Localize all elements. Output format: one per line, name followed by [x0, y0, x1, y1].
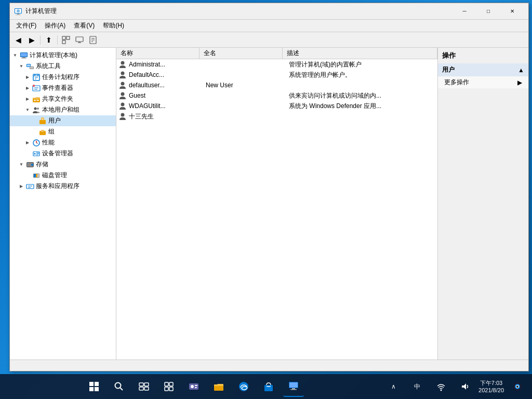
perf-icon [32, 139, 41, 147]
list-row[interactable]: Administrat... 管理计算机(域)的内置帐户 [116, 59, 437, 70]
tree-arrow-storage: ▼ [18, 162, 24, 168]
window-icon [14, 7, 22, 16]
menu-help[interactable]: 帮助(H) [99, 20, 128, 31]
edge-button[interactable] [233, 376, 254, 397]
tree-root-label: 计算机管理(本地) [30, 51, 77, 60]
minimize-button[interactable]: ─ [453, 3, 476, 20]
monitor-button[interactable] [73, 34, 86, 46]
cell-desc-0: 管理计算机(域)的内置帐户 [285, 60, 435, 69]
title-bar: 计算机管理 ─ □ ✕ [10, 3, 528, 20]
chat-button[interactable] [183, 376, 204, 397]
menu-file[interactable]: 文件(F) [12, 20, 41, 31]
forward-button[interactable]: ▶ [25, 34, 38, 46]
network-icon[interactable] [431, 376, 451, 397]
show-hidden-icons-button[interactable]: ∧ [383, 376, 404, 397]
svg-point-95 [441, 390, 442, 391]
svg-rect-60 [26, 184, 34, 189]
tree-users[interactable]: ▶ 用户 [10, 115, 116, 126]
svg-rect-75 [139, 383, 143, 386]
list-body: Administrat... 管理计算机(域)的内置帐户 DefaultA [116, 59, 437, 360]
explorer-icon [213, 381, 224, 392]
computer-icon [20, 51, 28, 60]
cell-desc-1: 系统管理的用户帐户。 [285, 71, 435, 79]
search-button[interactable] [109, 376, 129, 397]
tree-root[interactable]: ▼ 计算机管理(本地) [10, 50, 116, 61]
tree-shared-folders[interactable]: ▶ 共享文件夹 [10, 94, 116, 104]
center-panel: 名称 全名 描述 Administrat... [116, 48, 437, 360]
tree-services[interactable]: ▶ 服务和应用程序 [10, 181, 116, 192]
svg-rect-89 [264, 385, 273, 391]
ime-button[interactable]: 中 [407, 376, 428, 397]
computer-management-window: 计算机管理 ─ □ ✕ 文件(F) 操作(A) 查看(V) 帮助(H) ◀ ▶ … [9, 3, 529, 371]
more-actions-item[interactable]: 更多操作 ▶ [438, 76, 528, 88]
list-row[interactable]: DefaultAcc... 系统管理的用户帐户。 [116, 70, 437, 80]
maximize-button[interactable]: □ [476, 3, 500, 20]
col-header-fullname[interactable]: 全名 [200, 48, 283, 59]
cell-name-4: WDAGUtilit... [118, 102, 202, 110]
list-row[interactable]: WDAGUtilit... 系统为 Windows Defender 应用... [116, 101, 437, 111]
svg-rect-8 [76, 37, 83, 42]
tree-device-mgr[interactable]: ▶ 设备管理器 [10, 148, 116, 159]
task-view-button[interactable] [134, 376, 154, 397]
cell-name-1: DefaultAcc... [118, 71, 202, 79]
service-icon [26, 182, 34, 191]
close-button[interactable]: ✕ [500, 3, 524, 20]
svg-rect-79 [165, 382, 168, 386]
explorer-button[interactable] [208, 376, 229, 397]
tree-arrow-services: ▶ [18, 183, 24, 190]
user-row-icon-1 [118, 71, 127, 79]
disk-icon [32, 171, 41, 180]
svg-rect-77 [139, 387, 143, 390]
user-icon [38, 117, 47, 125]
properties-button[interactable] [87, 34, 99, 46]
back-button[interactable]: ◀ [12, 34, 24, 46]
list-row[interactable]: Guest 供来宾访问计算机或访问域的内... [116, 90, 437, 101]
tree-groups[interactable]: ▶ 组 [10, 126, 116, 137]
start-button[interactable] [84, 376, 104, 397]
menu-action[interactable]: 操作(A) [41, 20, 70, 31]
svg-rect-76 [144, 383, 149, 386]
tree-performance[interactable]: ▶ 性能 [10, 137, 116, 148]
tree-system-tools[interactable]: ▼ 系统工具 [10, 61, 116, 72]
show-hide-button[interactable] [60, 34, 72, 46]
actions-section-header[interactable]: 用户 ▲ [438, 63, 528, 76]
svg-point-66 [121, 92, 125, 96]
widgets-button[interactable] [158, 376, 179, 397]
compmgmt-taskbar-button[interactable] [283, 376, 304, 397]
tree-groups-label: 组 [48, 127, 55, 136]
compmgmt-taskbar-icon [288, 380, 299, 392]
tree-local-label: 本地用户和组 [42, 105, 79, 114]
cell-desc-4: 系统为 Windows Defender 应用... [285, 102, 435, 111]
widgets-icon [164, 381, 174, 392]
list-row[interactable]: defaultuser... New User [116, 80, 437, 90]
task-icon [32, 73, 41, 82]
svg-rect-78 [144, 387, 149, 390]
menu-view[interactable]: 查看(V) [70, 20, 99, 31]
tree-local-users[interactable]: ▼ 本地用户和组 [10, 104, 116, 115]
col-header-name[interactable]: 名称 [116, 48, 200, 59]
tree-event-viewer[interactable]: ▶ 事件查看器 [10, 83, 116, 94]
camera-eye-icon [512, 381, 523, 392]
svg-rect-94 [290, 389, 297, 390]
svg-rect-17 [22, 57, 25, 58]
tree-task-scheduler[interactable]: ▶ 任务计划程序 [10, 72, 116, 83]
system-clock[interactable]: 下午7:03 2021/8/20 [478, 379, 504, 394]
up-button[interactable]: ⬆ [43, 34, 55, 46]
list-row[interactable]: 十三先生 [116, 111, 437, 122]
svg-rect-16 [21, 53, 27, 57]
notification-icon[interactable] [507, 376, 528, 397]
ime-label: 中 [414, 382, 420, 391]
col-header-desc[interactable]: 描述 [283, 48, 437, 59]
svg-point-65 [121, 82, 125, 86]
svg-point-38 [34, 107, 37, 110]
actions-header: 操作 [438, 48, 528, 63]
tree-disk-mgmt[interactable]: ▶ 磁盘管理 [10, 170, 116, 181]
tree-storage[interactable]: ▼ 存储 [10, 159, 116, 170]
svg-rect-90 [267, 386, 271, 387]
tree-users-label: 用户 [48, 116, 61, 125]
volume-icon[interactable] [455, 376, 475, 397]
svg-point-42 [42, 117, 44, 120]
user-row-icon-4 [118, 102, 127, 110]
svg-point-67 [121, 103, 125, 107]
store-button[interactable] [258, 376, 279, 397]
